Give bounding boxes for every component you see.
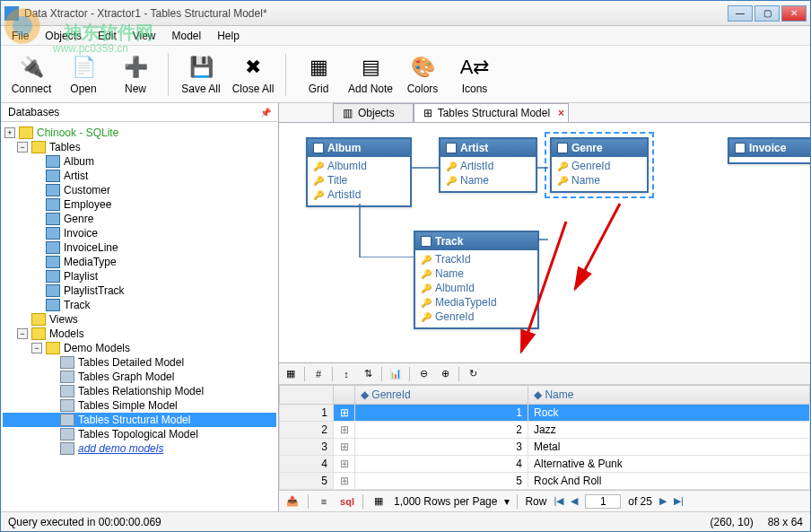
grid-tool-arrow[interactable]: ↕ [338, 366, 354, 382]
minimize-button[interactable]: — [728, 5, 753, 22]
tree-views[interactable]: Views [3, 312, 276, 327]
entity-field[interactable]: 🔑AlbumId [419, 281, 534, 295]
close-button[interactable]: ✕ [781, 5, 807, 22]
tree-customer[interactable]: Customer [3, 183, 276, 197]
grid-button[interactable]: ▦Grid [293, 49, 344, 100]
entity-field[interactable]: 🔑Name [555, 173, 643, 188]
table-row[interactable]: 1⊞1Rock [280, 405, 810, 422]
entity-header[interactable]: Genre [552, 139, 647, 157]
expand-icon[interactable]: ⊞ [334, 456, 355, 473]
nav-page-input[interactable] [585, 494, 621, 509]
grid-tool-sort[interactable]: ⇅ [360, 366, 376, 382]
tab-tables-structural-model[interactable]: ⊞Tables Structural Model× [414, 103, 569, 122]
expand-icon[interactable]: ⊞ [334, 439, 355, 456]
table-row[interactable]: 4⊞4Alternative & Punk [280, 456, 810, 473]
tree-tables-relationship-model[interactable]: Tables Relationship Model [3, 384, 276, 398]
nav-page-icon[interactable]: ▦ [371, 493, 387, 510]
tree-artist[interactable]: Artist [3, 169, 276, 183]
addnote-button[interactable]: ▤Add Note [345, 49, 396, 100]
nav-first[interactable]: |◀ [554, 495, 563, 507]
entity-field[interactable]: 🔑Title [311, 173, 406, 188]
tree-mediatype[interactable]: MediaType [3, 255, 276, 269]
cell-genreid[interactable]: 1 [355, 405, 528, 422]
cell-name[interactable]: Rock And Roll [528, 473, 810, 490]
maximize-button[interactable]: ▢ [754, 5, 780, 22]
grid-tool-hash[interactable]: # [310, 366, 327, 382]
er-diagram[interactable]: Album🔑AlbumId🔑Title🔑ArtistId Artist🔑Arti… [279, 123, 810, 362]
entity-header[interactable]: Invoice [729, 139, 810, 157]
tree-track[interactable]: Track [3, 298, 276, 312]
table-row[interactable]: 3⊞3Metal [280, 439, 810, 456]
entity-field[interactable]: 🔑Name [444, 173, 532, 188]
entity-artist[interactable]: Artist🔑ArtistId🔑Name [439, 137, 537, 193]
nav-filter-icon[interactable]: ≡ [316, 493, 332, 510]
tree-toggle-icon[interactable]: + [4, 127, 15, 138]
grid-tool-icon[interactable]: ▦ [283, 366, 299, 382]
column-genreid[interactable]: ◆ GenreId [355, 386, 528, 405]
column-name[interactable]: ◆ Name [528, 386, 810, 405]
table-row[interactable]: 2⊞2Jazz [280, 422, 810, 439]
rows-per-page-label[interactable]: 1,000 Rows per Page [394, 495, 497, 508]
entity-field[interactable]: 🔑GenreId [419, 310, 534, 324]
tree-toggle-icon[interactable]: − [17, 142, 28, 153]
grid-tool-zoom-out[interactable]: ⊖ [415, 366, 432, 382]
menu-help[interactable]: Help [210, 28, 247, 44]
icons-button[interactable]: A⇄Icons [449, 49, 500, 100]
cell-genreid[interactable]: 4 [355, 456, 528, 473]
tree-album[interactable]: Album [3, 154, 276, 169]
tree-add-demo-models[interactable]: add demo models [3, 441, 276, 456]
tree-chinook---sqlite[interactable]: +Chinook - SQLite [3, 126, 276, 140]
tree-models[interactable]: −Models [3, 327, 276, 341]
connect-button[interactable]: 🔌Connect [6, 49, 57, 100]
tree-toggle-icon[interactable]: − [17, 328, 28, 339]
entity-field[interactable]: 🔑TrackId [419, 252, 534, 266]
tree-tables-topological-model[interactable]: Tables Topological Model [3, 427, 276, 441]
tree-tables-structural-model[interactable]: Tables Structural Model [3, 413, 276, 427]
cell-genreid[interactable]: 3 [355, 439, 528, 456]
entity-field[interactable]: 🔑MediaTypeId [419, 295, 534, 310]
tree-invoiceline[interactable]: InvoiceLine [3, 240, 276, 255]
saveall-button[interactable]: 💾Save All [176, 49, 226, 100]
entity-header[interactable]: Album [308, 139, 410, 157]
expand-icon[interactable]: ⊞ [334, 422, 355, 439]
table-row[interactable]: 5⊞5Rock And Roll [280, 473, 810, 490]
entity-album[interactable]: Album🔑AlbumId🔑Title🔑ArtistId [306, 137, 412, 207]
cell-name[interactable]: Alternative & Punk [528, 456, 810, 473]
entity-field[interactable]: 🔑AlbumId [311, 159, 406, 173]
cell-genreid[interactable]: 2 [355, 422, 528, 439]
expand-icon[interactable]: ⊞ [334, 405, 355, 422]
nav-sql-icon[interactable]: sql [339, 493, 355, 510]
pin-icon[interactable]: 📌 [260, 108, 271, 118]
grid-tool-chart[interactable]: 📊 [388, 366, 404, 382]
cell-name[interactable]: Jazz [528, 422, 810, 439]
nav-next[interactable]: ▶ [659, 495, 667, 507]
tab-objects[interactable]: ▥Objects [333, 103, 414, 122]
entity-header[interactable]: Track [415, 232, 537, 250]
new-button[interactable]: ➕New [110, 49, 161, 100]
menu-objects[interactable]: Objects [38, 28, 89, 44]
tree-invoice[interactable]: Invoice [3, 226, 276, 240]
tree-tables-graph-model[interactable]: Tables Graph Model [3, 370, 276, 384]
tree-genre[interactable]: Genre [3, 212, 276, 226]
tree-tables-detailed-model[interactable]: Tables Detailed Model [3, 355, 276, 370]
tree-tables[interactable]: −Tables [3, 140, 276, 154]
tree-toggle-icon[interactable]: − [31, 343, 42, 353]
tree-tables-simple-model[interactable]: Tables Simple Model [3, 398, 276, 413]
entity-genre[interactable]: Genre🔑GenreId🔑Name [550, 137, 649, 193]
cell-name[interactable]: Metal [528, 439, 810, 456]
tree-employee[interactable]: Employee [3, 197, 276, 212]
grid-tool-refresh[interactable]: ↻ [465, 366, 481, 382]
entity-field[interactable]: 🔑GenreId [555, 159, 643, 173]
entity-track[interactable]: Track🔑TrackId🔑Name🔑AlbumId🔑MediaTypeId🔑G… [414, 231, 539, 329]
entity-header[interactable]: Artist [440, 139, 536, 157]
nav-export-icon[interactable]: 📤 [284, 493, 301, 510]
tab-close-icon[interactable]: × [558, 107, 564, 119]
colors-button[interactable]: 🎨Colors [397, 49, 448, 100]
data-grid[interactable]: ◆ GenreId◆ Name1⊞1Rock2⊞2Jazz3⊞3Metal4⊞4… [279, 385, 810, 490]
sidebar-tab-databases[interactable]: Databases 📌 [1, 103, 278, 122]
cell-name[interactable]: Rock [528, 405, 810, 422]
entity-field[interactable]: 🔑ArtistId [444, 159, 532, 173]
menu-view[interactable]: View [126, 28, 163, 44]
open-button[interactable]: 📄Open [58, 49, 109, 100]
entity-invoice[interactable]: Invoice [728, 137, 810, 164]
